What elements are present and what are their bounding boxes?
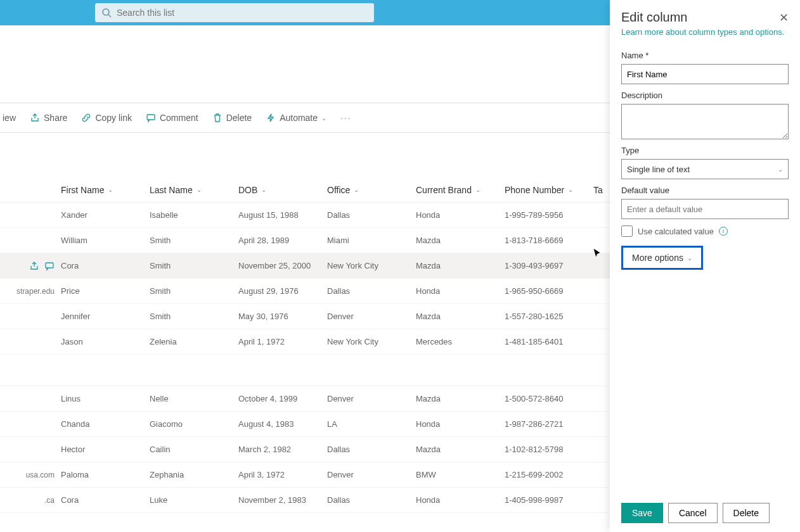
cell-first-name: Jason xyxy=(61,337,150,346)
cell-first-name: Jennifer xyxy=(61,312,150,321)
share-label: Share xyxy=(44,113,67,123)
cell-brand: Mazda xyxy=(416,445,505,454)
use-calculated-value-label: Use calculated value xyxy=(638,227,714,236)
column-header-first-name[interactable]: First Name⌄ xyxy=(61,185,150,195)
chevron-down-icon: ⌄ xyxy=(568,186,573,193)
chevron-down-icon: ⌄ xyxy=(475,186,481,193)
more-options-label: More options xyxy=(632,253,683,263)
row-lead: usa.com xyxy=(0,471,61,479)
share-icon[interactable] xyxy=(29,261,39,271)
more-options-button[interactable]: More options ⌄ xyxy=(621,246,703,270)
cell-office: Denver xyxy=(327,470,416,479)
default-value-label: Default value xyxy=(621,186,789,195)
cell-last-name: Zelenia xyxy=(150,337,238,346)
search-box[interactable] xyxy=(95,3,374,22)
cell-last-name: Nelle xyxy=(150,394,238,403)
svg-line-1 xyxy=(108,15,111,17)
cell-phone: 1-102-812-5798 xyxy=(505,445,593,454)
type-select[interactable]: Single line of text ⌄ xyxy=(621,159,789,179)
cell-first-name: Paloma xyxy=(61,470,150,479)
automate-button[interactable]: Automate ⌄ xyxy=(266,113,326,123)
delete-button[interactable]: Delete xyxy=(212,113,252,123)
name-input[interactable] xyxy=(621,64,789,84)
cell-dob: March 2, 1982 xyxy=(238,445,327,454)
cell-brand: Honda xyxy=(416,419,505,429)
panel-title: Edit column xyxy=(621,10,688,25)
cell-last-name: Smith xyxy=(150,312,238,321)
view-menu[interactable]: iew xyxy=(3,113,16,123)
cell-phone: 1-995-789-5956 xyxy=(505,210,593,220)
cell-dob: October 4, 1999 xyxy=(238,394,327,403)
cell-first-name: William xyxy=(61,236,150,245)
chevron-down-icon: ⌄ xyxy=(197,186,202,193)
svg-rect-3 xyxy=(46,263,53,268)
svg-point-0 xyxy=(103,9,109,15)
more-commands-button[interactable]: ··· xyxy=(340,113,352,123)
cell-office: Dallas xyxy=(327,445,416,454)
cell-office: Dallas xyxy=(327,286,416,296)
share-button[interactable]: Share xyxy=(30,113,67,123)
edit-column-panel: Edit column ✕ Learn more about column ty… xyxy=(610,0,800,532)
type-label: Type xyxy=(621,146,789,155)
save-button[interactable]: Save xyxy=(621,503,663,523)
cell-office: LA xyxy=(327,419,416,429)
column-header-office[interactable]: Office⌄ xyxy=(327,185,416,195)
copy-link-button[interactable]: Copy link xyxy=(81,113,132,123)
cancel-button[interactable]: Cancel xyxy=(668,503,718,523)
cell-phone: 1-405-998-9987 xyxy=(505,495,593,505)
cell-dob: November 2, 1983 xyxy=(238,495,327,505)
comment-icon xyxy=(146,113,156,123)
column-header-dob[interactable]: DOB⌄ xyxy=(238,185,327,195)
column-header-current-brand[interactable]: Current Brand⌄ xyxy=(416,185,505,195)
cell-phone: 1-965-950-6669 xyxy=(505,286,593,296)
cell-brand: Honda xyxy=(416,286,505,296)
cell-last-name: Smith xyxy=(150,261,238,270)
default-value-input[interactable] xyxy=(621,199,789,219)
chevron-down-icon: ⌄ xyxy=(108,186,113,193)
chevron-down-icon: ⌄ xyxy=(354,186,359,193)
cell-first-name: Price xyxy=(61,286,150,296)
cell-dob: August 29, 1976 xyxy=(238,286,327,296)
chevron-down-icon: ⌄ xyxy=(321,115,326,122)
chevron-down-icon: ⌄ xyxy=(778,166,783,173)
cell-first-name: Chanda xyxy=(61,419,150,429)
svg-rect-2 xyxy=(147,115,155,120)
cursor-icon xyxy=(591,248,603,259)
learn-more-link[interactable]: Learn more about column types and option… xyxy=(621,27,789,37)
info-icon[interactable]: i xyxy=(719,227,728,236)
description-label: Description xyxy=(621,91,789,100)
cell-last-name: Smith xyxy=(150,236,238,245)
panel-delete-button[interactable]: Delete xyxy=(723,503,770,523)
cell-brand: Mazda xyxy=(416,394,505,403)
cell-office: New York City xyxy=(327,261,416,270)
search-input[interactable] xyxy=(117,8,368,18)
automate-icon xyxy=(266,113,276,123)
cell-dob: August 4, 1983 xyxy=(238,419,327,429)
cell-office: New York City xyxy=(327,337,416,346)
description-input[interactable] xyxy=(621,104,789,139)
comment-icon[interactable] xyxy=(44,261,55,271)
column-header-phone-number[interactable]: Phone Number⌄ xyxy=(505,185,593,195)
use-calculated-value-checkbox[interactable] xyxy=(621,225,633,237)
cell-first-name: Hector xyxy=(61,445,150,454)
cell-office: Dallas xyxy=(327,495,416,505)
cell-phone: 1-813-718-6669 xyxy=(505,236,593,245)
cell-phone: 1-987-286-2721 xyxy=(505,419,593,429)
column-header-last-name[interactable]: Last Name⌄ xyxy=(150,185,238,195)
row-lead xyxy=(0,261,61,271)
search-icon xyxy=(101,8,112,18)
close-panel-button[interactable]: ✕ xyxy=(779,11,789,25)
cell-first-name: Linus xyxy=(61,394,150,403)
row-lead: .ca xyxy=(0,496,61,505)
cell-brand: Mazda xyxy=(416,312,505,321)
cell-first-name: Cora xyxy=(61,261,150,270)
cell-first-name: Xander xyxy=(61,210,150,220)
cell-brand: BMW xyxy=(416,470,505,479)
cell-phone: 1-215-699-2002 xyxy=(505,470,593,479)
chevron-down-icon: ⌄ xyxy=(261,186,266,193)
comment-button[interactable]: Comment xyxy=(146,113,198,123)
cell-phone: 1-557-280-1625 xyxy=(505,312,593,321)
cell-dob: May 30, 1976 xyxy=(238,312,327,321)
cell-office: Denver xyxy=(327,312,416,321)
cell-brand: Mazda xyxy=(416,236,505,245)
